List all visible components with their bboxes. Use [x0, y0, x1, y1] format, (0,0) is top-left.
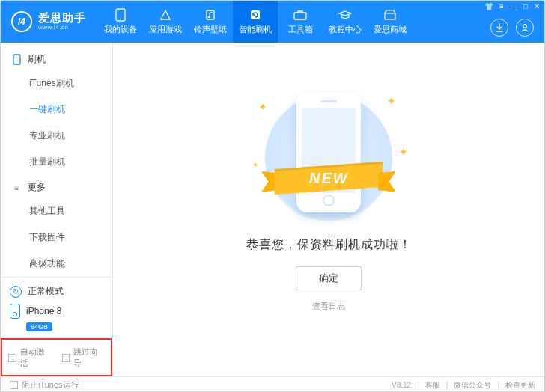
- sparkle-icon: ✦: [258, 101, 267, 113]
- brand-url: www.i4.cn: [38, 25, 86, 31]
- wc-maximize-icon[interactable]: □: [523, 2, 528, 10]
- sidebar-item-pro-flash[interactable]: 专业刷机: [1, 123, 112, 149]
- phone-outline-icon: [11, 55, 22, 65]
- checkbox-icon: [10, 381, 18, 389]
- brand: i4 爱思助手 www.i4.cn: [1, 11, 94, 32]
- version-label: V8.12: [392, 381, 411, 389]
- wc-skin-icon[interactable]: 👕: [484, 2, 493, 10]
- nav-label: 教程中心: [329, 24, 362, 35]
- sidebar-item-other-tools[interactable]: 其他工具: [1, 198, 112, 224]
- menu-icon: ≡: [11, 183, 22, 193]
- nav-label: 我的设备: [104, 24, 137, 35]
- svg-point-7: [523, 25, 527, 28]
- sparkle-icon: ✦: [399, 146, 408, 158]
- sidebar-group-label: 更多: [28, 181, 46, 194]
- top-nav: 我的设备 应用游戏 铃声壁纸 智能刷机 工具箱 教程中心 爱思商城: [98, 1, 412, 43]
- nav-label: 应用游戏: [149, 24, 182, 35]
- nav-ringtones[interactable]: 铃声壁纸: [188, 1, 233, 43]
- check-label: 跳过向导: [73, 346, 105, 369]
- nav-flash[interactable]: 智能刷机: [233, 1, 278, 43]
- nav-apps[interactable]: 应用游戏: [143, 1, 188, 43]
- support-link[interactable]: 客服: [425, 380, 440, 391]
- check-update-link[interactable]: 检查更新: [505, 380, 535, 391]
- check-skip-guide[interactable]: 跳过向导: [62, 346, 106, 369]
- sidebar-item-itunes-flash[interactable]: iTunes刷机: [1, 70, 112, 97]
- checkbox-icon: [62, 354, 70, 362]
- device-storage-badge: 64GB: [26, 322, 52, 331]
- device-name: iPhone 8: [26, 306, 61, 316]
- device-row[interactable]: iPhone 8: [10, 304, 103, 319]
- sidebar-checks: 自动激活 跳过向导: [1, 338, 112, 376]
- ok-button[interactable]: 确定: [296, 266, 362, 290]
- sidebar-group-label: 刷机: [28, 53, 46, 66]
- window-controls: 👕 ≡ — □ ✕: [484, 2, 540, 10]
- download-button[interactable]: [490, 19, 508, 37]
- svg-rect-8: [13, 55, 20, 64]
- refresh-icon: ↻: [10, 286, 22, 298]
- nav-store[interactable]: 爱思商城: [368, 1, 412, 43]
- sidebar-group-more[interactable]: ≡ 更多: [1, 175, 112, 198]
- nav-label: 工具箱: [288, 24, 313, 35]
- apps-icon: [159, 8, 172, 22]
- wc-minimize-icon[interactable]: —: [510, 2, 517, 10]
- sidebar: 刷机 iTunes刷机 一键刷机 专业刷机 批量刷机 ≡ 更多 其他工具 下载固…: [1, 43, 113, 376]
- brand-logo-icon: i4: [11, 11, 32, 32]
- sidebar-item-onekey-flash[interactable]: 一键刷机: [1, 97, 112, 123]
- success-message: 恭喜您，保资料刷机成功啦！: [246, 237, 412, 253]
- success-illustration: ✦ ✦ ✦ ✦ NEW: [246, 86, 411, 219]
- checkbox-icon: [8, 354, 16, 362]
- nav-my-device[interactable]: 我的设备: [98, 1, 143, 43]
- nav-tutorial[interactable]: 教程中心: [323, 1, 368, 43]
- check-label: 自动激活: [20, 346, 52, 369]
- brand-name: 爱思助手: [38, 12, 86, 25]
- sidebar-device-panel: ↻ 正常模式 iPhone 8 64GB: [1, 277, 112, 338]
- sparkle-icon: ✦: [387, 95, 396, 107]
- music-icon: [204, 8, 217, 22]
- tutorial-icon: [338, 8, 352, 22]
- user-button[interactable]: [516, 19, 534, 37]
- sidebar-item-batch-flash[interactable]: 批量刷机: [1, 149, 112, 175]
- flash-icon: [249, 8, 262, 22]
- new-ribbon-icon: NEW: [261, 161, 396, 197]
- toolbox-icon: [293, 8, 307, 22]
- phone-icon: [114, 8, 127, 22]
- svg-rect-6: [385, 13, 395, 19]
- content-area: ✦ ✦ ✦ ✦ NEW 恭喜您，保资料刷机成功啦！ 确定 查看日志: [113, 43, 544, 376]
- svg-rect-2: [207, 10, 214, 19]
- nav-label: 爱思商城: [374, 24, 407, 35]
- nav-label: 智能刷机: [239, 24, 272, 35]
- device-mode[interactable]: ↻ 正常模式: [10, 284, 103, 304]
- check-block-itunes[interactable]: 阻止iTunes运行: [10, 379, 79, 391]
- wc-close-icon[interactable]: ✕: [534, 2, 540, 10]
- sparkle-icon: ✦: [252, 161, 258, 169]
- wechat-link[interactable]: 微信公众号: [454, 380, 491, 391]
- check-auto-activate[interactable]: 自动激活: [8, 346, 52, 369]
- device-icon: [10, 304, 20, 319]
- wc-menu-icon[interactable]: ≡: [499, 2, 504, 10]
- ribbon-text: NEW: [309, 169, 349, 186]
- view-log-link[interactable]: 查看日志: [312, 301, 345, 312]
- check-label: 阻止iTunes运行: [22, 379, 79, 391]
- nav-label: 铃声壁纸: [194, 24, 227, 35]
- svg-point-1: [120, 19, 121, 20]
- svg-rect-5: [294, 13, 306, 19]
- sidebar-group-flash[interactable]: 刷机: [1, 47, 112, 70]
- top-bar: i4 爱思助手 www.i4.cn 我的设备 应用游戏 铃声壁纸 智能刷机 工具…: [1, 1, 544, 43]
- nav-toolbox[interactable]: 工具箱: [278, 1, 323, 43]
- device-mode-label: 正常模式: [28, 285, 64, 298]
- status-bar: 阻止iTunes运行 V8.12 | 客服 | 微信公众号 | 检查更新: [1, 376, 544, 392]
- sidebar-item-advanced[interactable]: 高级功能: [1, 251, 112, 277]
- store-icon: [383, 8, 397, 22]
- sidebar-item-download-firmware[interactable]: 下载固件: [1, 224, 112, 251]
